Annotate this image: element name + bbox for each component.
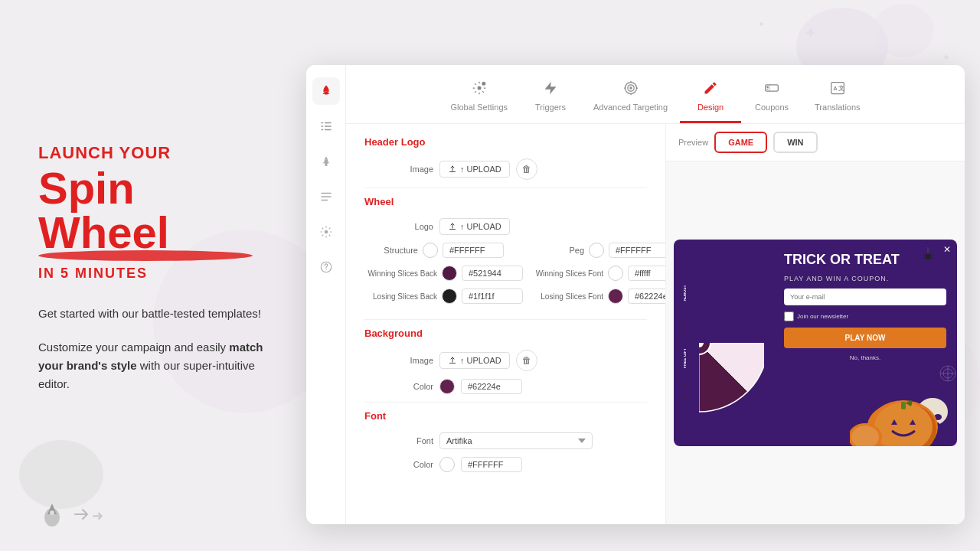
sidebar-icon-help[interactable] bbox=[312, 253, 340, 281]
content-area: Header Logo Image ↑ UPLOAD 🗑 Wheel Logo bbox=[346, 124, 965, 524]
structure-label: Structure bbox=[364, 246, 418, 255]
peg-field: Peg bbox=[531, 243, 666, 258]
header-logo-upload-button[interactable]: ↑ UPLOAD bbox=[439, 161, 510, 178]
advanced-targeting-icon bbox=[623, 80, 639, 99]
winning-slices-back-swatch[interactable] bbox=[442, 266, 457, 281]
tab-global-settings[interactable]: Global Settings bbox=[438, 74, 520, 123]
font-color-input[interactable] bbox=[461, 457, 522, 472]
svg-text:文: 文 bbox=[838, 84, 844, 92]
sidebar-icon-rocket2[interactable] bbox=[312, 148, 340, 175]
winning-slices-font-input[interactable] bbox=[628, 266, 666, 281]
svg-point-58 bbox=[694, 338, 704, 347]
wheel-colors-grid: Structure Peg Winning Slices Back bbox=[364, 243, 647, 311]
losing-slices-back-input[interactable] bbox=[462, 289, 523, 304]
structure-hex-input[interactable] bbox=[443, 243, 504, 258]
preview-header: Preview GAME WIN bbox=[666, 124, 965, 161]
spin-wheel-underline bbox=[38, 250, 253, 261]
svg-rect-74 bbox=[901, 402, 906, 409]
popup-newsletter-checkbox[interactable] bbox=[784, 311, 794, 321]
losing-slices-font-input[interactable] bbox=[628, 289, 666, 304]
in-5-minutes-text: IN 5 MINUTES bbox=[38, 266, 276, 282]
popup-newsletter-label: Join our newsletter bbox=[797, 313, 848, 320]
popup-newsletter: Join our newsletter bbox=[784, 311, 946, 321]
svg-rect-13 bbox=[321, 122, 323, 124]
tab-translations-label: Translations bbox=[815, 103, 861, 112]
tab-translations[interactable]: A 文 Translations bbox=[802, 74, 873, 123]
win-preview-button[interactable]: WIN bbox=[773, 132, 817, 153]
svg-text:✦: ✦ bbox=[758, 20, 764, 28]
popup-play-button[interactable]: PLAY NOW bbox=[784, 328, 946, 348]
tab-coupons[interactable]: Coupons bbox=[741, 74, 802, 123]
svg-rect-21 bbox=[321, 193, 332, 194]
svg-rect-20 bbox=[325, 164, 327, 166]
translations-icon: A 文 bbox=[830, 80, 845, 99]
image-label: Image bbox=[364, 165, 433, 174]
bg-delete-button[interactable]: 🗑 bbox=[516, 350, 537, 371]
logo-label: Logo bbox=[364, 222, 433, 231]
popup-email-input[interactable] bbox=[784, 289, 946, 305]
sidebar-icon-gear[interactable] bbox=[312, 218, 340, 246]
svg-rect-22 bbox=[321, 196, 332, 197]
svg-point-26 bbox=[325, 269, 327, 270]
winning-slices-font-label: Winning Slices Font bbox=[531, 269, 603, 278]
tab-triggers[interactable]: Triggers bbox=[520, 74, 581, 123]
svg-rect-14 bbox=[321, 126, 323, 127]
peg-color-swatch[interactable] bbox=[589, 243, 604, 258]
app-container: Global Settings Triggers bbox=[306, 65, 965, 524]
losing-slices-font-label: Losing Slices Font bbox=[531, 292, 603, 301]
losing-slices-back-swatch[interactable] bbox=[442, 289, 457, 304]
wheel-logo-upload-button[interactable]: ↑ UPLOAD bbox=[439, 218, 510, 235]
sidebar-icon-list[interactable] bbox=[312, 183, 340, 210]
svg-rect-44 bbox=[449, 171, 456, 172]
sidebar-icon-settings[interactable] bbox=[312, 112, 340, 140]
winning-slices-back-field: Winning Slices Back bbox=[364, 266, 523, 281]
tab-design[interactable]: Design bbox=[680, 74, 741, 123]
bg-color-label: Color bbox=[364, 382, 433, 391]
spin-wheel-svg: FREE GIFT NOPE ALMOST 25% OFF bbox=[684, 259, 764, 427]
popup-preview: ✕ bbox=[674, 240, 957, 446]
peg-label: Peg bbox=[531, 246, 584, 255]
font-section-title: Font bbox=[364, 410, 647, 422]
losing-slices-font-swatch[interactable] bbox=[608, 289, 623, 304]
wheel-logo-row: Logo ↑ UPLOAD bbox=[364, 218, 647, 235]
global-settings-icon bbox=[472, 80, 487, 99]
launch-your-text: LAUNCH YOUR bbox=[38, 143, 276, 163]
spin-wheel-title: Spin Wheel bbox=[38, 166, 276, 255]
peg-hex-input[interactable] bbox=[609, 243, 666, 258]
tab-coupons-label: Coupons bbox=[755, 103, 789, 112]
svg-rect-46 bbox=[449, 363, 456, 364]
losing-slices-back-label: Losing Slices Back bbox=[364, 292, 437, 301]
tab-global-settings-label: Global Settings bbox=[450, 103, 508, 112]
preview-label: Preview bbox=[678, 138, 708, 147]
bg-color-input[interactable] bbox=[461, 379, 522, 394]
desc2: Customize your campaign and easily match… bbox=[38, 338, 276, 393]
font-color-row: Color bbox=[364, 457, 647, 472]
bg-image-row: Image ↑ UPLOAD 🗑 bbox=[364, 350, 647, 371]
bg-upload-label: ↑ UPLOAD bbox=[460, 356, 501, 365]
game-preview-button[interactable]: GAME bbox=[714, 132, 767, 153]
popup-wheel-area: FREE GIFT NOPE ALMOST 25% OFF bbox=[674, 240, 773, 446]
font-color-swatch[interactable] bbox=[439, 457, 455, 472]
header-logo-image-row: Image ↑ UPLOAD 🗑 bbox=[364, 158, 647, 180]
tab-design-label: Design bbox=[697, 103, 724, 112]
sidebar bbox=[306, 65, 346, 524]
winning-slices-font-swatch[interactable] bbox=[608, 266, 623, 281]
coupons-icon bbox=[764, 80, 779, 99]
bg-image-label: Image bbox=[364, 356, 433, 365]
bg-upload-button[interactable]: ↑ UPLOAD bbox=[439, 352, 510, 369]
tab-advanced-targeting[interactable]: Advanced Targeting bbox=[581, 74, 680, 123]
popup-close-icon[interactable]: ✕ bbox=[943, 244, 951, 255]
font-select[interactable]: Artifika Arial Roboto Open Sans Montserr… bbox=[439, 432, 593, 449]
sidebar-icon-rocket[interactable] bbox=[312, 77, 340, 105]
svg-rect-12 bbox=[324, 92, 328, 95]
svg-point-24 bbox=[324, 230, 328, 234]
svg-text:✦: ✦ bbox=[804, 24, 817, 41]
svg-point-11 bbox=[50, 510, 54, 515]
header-logo-delete-button[interactable]: 🗑 bbox=[516, 158, 537, 180]
popup-subtitle: PLAY AND WIN A COUPON. bbox=[784, 275, 946, 282]
preview-area: Preview GAME WIN ✕ bbox=[666, 124, 965, 524]
bg-color-swatch[interactable] bbox=[439, 379, 455, 394]
svg-rect-45 bbox=[449, 229, 456, 230]
winning-slices-back-input[interactable] bbox=[462, 266, 523, 281]
structure-color-swatch[interactable] bbox=[423, 243, 438, 258]
